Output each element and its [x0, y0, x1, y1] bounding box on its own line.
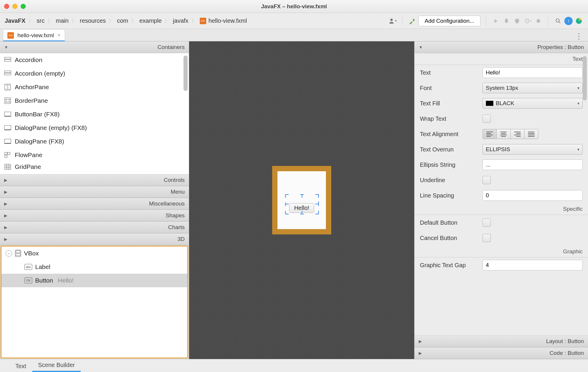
container-item[interactable]: Accordion (empty)	[0, 67, 189, 80]
svg-rect-4	[4, 60, 11, 61]
tab-menu-icon[interactable]: ⋮	[570, 32, 588, 41]
align-justify-button[interactable]	[524, 129, 538, 139]
code-header[interactable]: ▶Code : Button	[415, 347, 588, 359]
linespacing-input[interactable]	[483, 190, 583, 201]
prop-overrun: Text Overrun ELLIPSIS	[415, 142, 588, 157]
overrun-dropdown[interactable]: ELLIPSIS	[483, 144, 583, 155]
layout-header[interactable]: ▶Layout : Button	[415, 335, 588, 347]
properties-header[interactable]: ▼ Properties : Button	[415, 41, 588, 53]
svg-rect-12	[4, 130, 11, 130]
hammer-icon[interactable]	[408, 17, 417, 25]
section-header-containers[interactable]: ▼ Containers	[0, 41, 189, 53]
design-canvas[interactable]: Hello!	[189, 41, 414, 359]
tab-text[interactable]: Text	[9, 360, 32, 372]
font-dropdown[interactable]: System 13px	[483, 83, 583, 93]
svg-rect-18	[5, 164, 11, 169]
cancelbtn-checkbox[interactable]	[483, 234, 491, 242]
section-header-charts[interactable]: ▶Charts	[0, 221, 189, 233]
text-input[interactable]	[483, 67, 583, 78]
library-panel: ▼ Containers Accordion Accordion (empty)…	[0, 41, 189, 359]
collapse-icon[interactable]: ▼	[4, 45, 8, 50]
resize-handle[interactable]	[299, 194, 305, 200]
search-icon[interactable]	[554, 17, 563, 25]
container-item[interactable]: ButtonBar (FX8)	[0, 107, 189, 121]
resize-handle[interactable]	[314, 211, 319, 216]
svg-rect-17	[5, 155, 7, 158]
underline-checkbox[interactable]	[483, 176, 491, 184]
file-tab-label: hello-view.fxml	[17, 32, 54, 39]
inspector-panel: ▼ Properties : Button Text Text Font Sys…	[414, 41, 588, 359]
prop-font: Font System 13px	[415, 80, 588, 96]
tree-node-button[interactable]: OK Button Hello!	[1, 274, 187, 287]
prop-wraptext: Wrap Text	[415, 111, 588, 126]
section-header-menu[interactable]: ▶Menu	[0, 186, 189, 198]
scrollbar[interactable]	[583, 56, 587, 100]
tree-node-text: Hello!	[58, 277, 74, 284]
prop-graphicgap: Graphic Text Gap	[415, 257, 588, 273]
svg-rect-3	[4, 57, 11, 59]
resize-handle[interactable]	[285, 203, 290, 208]
close-tab-icon[interactable]: ×	[58, 32, 61, 38]
prop-text: Text	[415, 65, 588, 80]
prop-underline: Underline	[415, 172, 588, 188]
containers-list: Accordion Accordion (empty) AnchorPane B…	[0, 53, 189, 174]
section-header-shapes[interactable]: ▶Shapes	[0, 210, 189, 221]
prop-textfill: Text Fill BLACK	[415, 96, 588, 111]
resize-handle[interactable]	[285, 194, 290, 200]
file-tab-active[interactable]: <> hello-view.fxml ×	[3, 29, 65, 41]
vbox-preview[interactable]: Hello!	[277, 171, 326, 229]
scene-frame: Hello!	[272, 166, 331, 234]
scrollbar[interactable]	[183, 56, 188, 91]
graphicgap-input[interactable]	[483, 260, 583, 270]
align-right-button[interactable]	[510, 129, 524, 139]
section-header-3d[interactable]: ▶3D	[0, 233, 189, 245]
resize-handle[interactable]	[299, 211, 305, 216]
resize-handle[interactable]	[314, 203, 319, 208]
container-item[interactable]: DialogPane (empty) (FX8)	[0, 121, 189, 135]
container-item[interactable]: AnchorPane	[0, 80, 189, 94]
run-icon[interactable]	[491, 17, 500, 25]
container-item[interactable]: Accordion	[0, 53, 189, 67]
resize-handle[interactable]	[285, 211, 290, 216]
coverage-icon[interactable]	[513, 17, 522, 25]
svg-rect-16	[8, 152, 10, 155]
section-header-controls[interactable]: ▶Controls	[0, 174, 189, 186]
stop-icon[interactable]	[534, 17, 543, 25]
titlebar: JavaFX – hello-view.fxml	[0, 0, 588, 13]
resize-handle[interactable]	[314, 194, 319, 200]
breadcrumb[interactable]: JavaFX〉 src〉 main〉 resources〉 com〉 examp…	[5, 17, 247, 25]
svg-rect-5	[4, 71, 11, 73]
run-config-dropdown[interactable]: Add Configuration...	[418, 16, 480, 26]
svg-rect-9	[4, 112, 11, 116]
container-item[interactable]: DialogPane (FX8)	[0, 135, 189, 148]
collapse-icon[interactable]: ▼	[419, 45, 423, 50]
svg-rect-13	[4, 139, 11, 143]
tree-node-label[interactable]: abc Label	[1, 260, 187, 274]
svg-point-2	[556, 19, 559, 22]
editor-tabstrip: <> hello-view.fxml × ⋮	[0, 29, 588, 41]
vbox-icon	[15, 250, 21, 257]
fxml-file-icon: <>	[200, 18, 206, 24]
textfill-dropdown[interactable]: BLACK	[483, 98, 583, 109]
svg-rect-11	[4, 125, 11, 130]
breadcrumb-root[interactable]: JavaFX	[5, 17, 25, 24]
defaultbtn-checkbox[interactable]	[483, 218, 491, 227]
prop-textalign: Text Alignment	[415, 126, 588, 142]
prop-linespacing: Line Spacing	[415, 188, 588, 203]
wraptext-checkbox[interactable]	[483, 115, 491, 123]
debug-icon[interactable]	[502, 17, 511, 25]
ellipsis-input[interactable]	[483, 159, 583, 170]
tree-node-vbox[interactable]: – VBox	[1, 247, 187, 260]
container-item[interactable]: BorderPane	[0, 94, 189, 107]
align-left-button[interactable]	[483, 129, 497, 139]
align-center-button[interactable]	[496, 129, 511, 139]
jetbrains-icon[interactable]	[574, 17, 583, 25]
user-icon[interactable]: ▾	[388, 17, 397, 25]
tab-scene-builder[interactable]: Scene Builder	[32, 359, 81, 372]
container-item[interactable]: GridPane	[0, 162, 189, 172]
container-item[interactable]: FlowPane	[0, 148, 189, 162]
sync-icon[interactable]: ↑	[564, 17, 573, 25]
profiler-icon[interactable]: ▾	[523, 17, 532, 25]
collapse-icon[interactable]: –	[6, 250, 12, 257]
section-header-misc[interactable]: ▶Miscellaneous	[0, 198, 189, 210]
